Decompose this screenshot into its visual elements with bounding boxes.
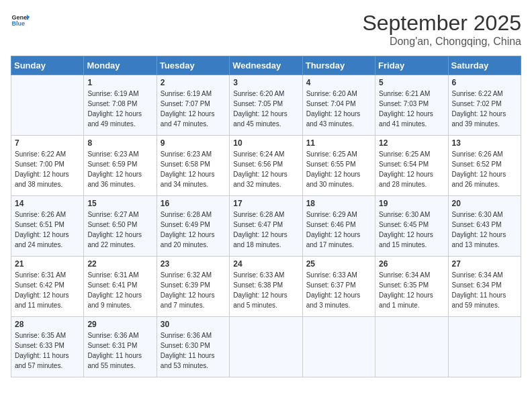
daylight-text: Daylight: 12 hours and 43 minutes. [306, 110, 361, 128]
day-info: Sunrise: 6:34 AMSunset: 6:35 PMDaylight:… [379, 270, 444, 310]
daylight-text: Daylight: 12 hours and 7 minutes. [161, 291, 215, 309]
day-info: Sunrise: 6:33 AMSunset: 6:37 PMDaylight:… [306, 270, 371, 310]
day-info: Sunrise: 6:28 AMSunset: 6:47 PMDaylight:… [233, 210, 298, 250]
calendar-cell: 27Sunrise: 6:34 AMSunset: 6:34 PMDayligh… [448, 257, 521, 317]
sunrise-text: Sunrise: 6:34 AM [379, 271, 430, 279]
daylight-text: Daylight: 12 hours and 26 minutes. [452, 171, 506, 188]
sunset-text: Sunset: 6:51 PM [15, 221, 64, 228]
sunset-text: Sunset: 6:35 PM [379, 281, 429, 289]
week-row-4: 21Sunrise: 6:31 AMSunset: 6:42 PMDayligh… [11, 257, 521, 317]
day-number: 17 [233, 199, 298, 208]
calendar-cell: 4Sunrise: 6:20 AMSunset: 7:04 PMDaylight… [302, 75, 375, 136]
sunset-text: Sunset: 6:55 PM [306, 161, 356, 168]
calendar-cell: 22Sunrise: 6:31 AMSunset: 6:41 PMDayligh… [84, 257, 157, 317]
sunrise-text: Sunrise: 6:29 AM [306, 211, 357, 218]
sunrise-text: Sunrise: 6:33 AM [306, 271, 357, 279]
sunset-text: Sunset: 7:02 PM [452, 100, 502, 107]
header-day-sunday: Sunday [11, 56, 84, 75]
day-number: 21 [15, 259, 80, 269]
sunrise-text: Sunrise: 6:20 AM [306, 90, 357, 97]
sunrise-text: Sunrise: 6:25 AM [379, 150, 430, 158]
daylight-text: Daylight: 12 hours and 45 minutes. [233, 110, 287, 128]
day-number: 14 [15, 199, 80, 208]
sunset-text: Sunset: 6:58 PM [161, 161, 210, 168]
sunset-text: Sunset: 6:46 PM [306, 221, 356, 228]
daylight-text: Daylight: 12 hours and 47 minutes. [161, 110, 215, 128]
day-info: Sunrise: 6:32 AMSunset: 6:39 PMDaylight:… [161, 270, 226, 310]
sunrise-text: Sunrise: 6:27 AM [87, 211, 138, 218]
header-day-friday: Friday [375, 56, 448, 75]
day-number: 24 [233, 259, 298, 269]
sunrise-text: Sunrise: 6:21 AM [379, 90, 430, 97]
calendar-cell: 15Sunrise: 6:27 AMSunset: 6:50 PMDayligh… [84, 196, 157, 257]
day-info: Sunrise: 6:21 AMSunset: 7:03 PMDaylight:… [379, 89, 444, 129]
daylight-text: Daylight: 12 hours and 1 minute. [379, 291, 433, 309]
day-info: Sunrise: 6:36 AMSunset: 6:30 PMDaylight:… [161, 330, 226, 371]
sunset-text: Sunset: 6:45 PM [379, 221, 429, 228]
day-number: 9 [161, 138, 226, 148]
day-info: Sunrise: 6:30 AMSunset: 6:43 PMDaylight:… [452, 210, 517, 250]
daylight-text: Daylight: 12 hours and 3 minutes. [306, 291, 361, 309]
daylight-text: Daylight: 12 hours and 13 minutes. [452, 231, 506, 248]
day-number: 11 [306, 138, 371, 148]
sunrise-text: Sunrise: 6:32 AM [161, 271, 212, 279]
day-number: 18 [306, 199, 371, 208]
sunset-text: Sunset: 7:04 PM [306, 100, 356, 107]
calendar-cell: 24Sunrise: 6:33 AMSunset: 6:38 PMDayligh… [230, 257, 302, 317]
sunset-text: Sunset: 6:41 PM [87, 281, 137, 289]
sunset-text: Sunset: 7:07 PM [161, 100, 210, 107]
daylight-text: Daylight: 12 hours and 17 minutes. [306, 231, 361, 248]
day-number: 23 [161, 259, 226, 269]
sunrise-text: Sunrise: 6:19 AM [161, 90, 212, 97]
day-info: Sunrise: 6:31 AMSunset: 6:41 PMDaylight:… [87, 270, 152, 310]
calendar-cell: 30Sunrise: 6:36 AMSunset: 6:30 PMDayligh… [157, 317, 229, 377]
logo-icon: General Blue [11, 11, 30, 30]
sunrise-text: Sunrise: 6:33 AM [233, 271, 284, 279]
calendar-cell: 25Sunrise: 6:33 AMSunset: 6:37 PMDayligh… [302, 257, 375, 317]
header-day-thursday: Thursday [302, 56, 375, 75]
logo: General Blue [11, 11, 30, 30]
sunset-text: Sunset: 6:31 PM [87, 342, 137, 349]
calendar-cell: 10Sunrise: 6:24 AMSunset: 6:56 PMDayligh… [230, 136, 302, 196]
sunrise-text: Sunrise: 6:22 AM [15, 150, 66, 158]
sunset-text: Sunset: 6:39 PM [161, 281, 210, 289]
calendar-cell: 5Sunrise: 6:21 AMSunset: 7:03 PMDaylight… [375, 75, 448, 136]
sunrise-text: Sunrise: 6:31 AM [15, 271, 66, 279]
calendar-cell: 23Sunrise: 6:32 AMSunset: 6:39 PMDayligh… [157, 257, 229, 317]
sunset-text: Sunset: 6:50 PM [87, 221, 137, 228]
daylight-text: Daylight: 11 hours and 55 minutes. [87, 352, 142, 369]
calendar-header-row: SundayMondayTuesdayWednesdayThursdayFrid… [11, 56, 521, 75]
calendar-cell: 1Sunrise: 6:19 AMSunset: 7:08 PMDaylight… [84, 75, 157, 136]
day-number: 22 [87, 259, 152, 269]
day-info: Sunrise: 6:23 AMSunset: 6:58 PMDaylight:… [161, 149, 226, 189]
sunrise-text: Sunrise: 6:23 AM [161, 150, 212, 158]
day-info: Sunrise: 6:35 AMSunset: 6:33 PMDaylight:… [15, 330, 80, 371]
week-row-1: 1Sunrise: 6:19 AMSunset: 7:08 PMDaylight… [11, 75, 521, 136]
svg-text:Blue: Blue [11, 20, 25, 27]
sunrise-text: Sunrise: 6:36 AM [161, 332, 212, 339]
sunset-text: Sunset: 6:34 PM [452, 281, 502, 289]
sunrise-text: Sunrise: 6:36 AM [87, 332, 138, 339]
sunrise-text: Sunrise: 6:24 AM [233, 150, 284, 158]
daylight-text: Daylight: 12 hours and 39 minutes. [452, 110, 506, 128]
day-info: Sunrise: 6:19 AMSunset: 7:08 PMDaylight:… [87, 89, 152, 129]
day-info: Sunrise: 6:24 AMSunset: 6:56 PMDaylight:… [233, 149, 298, 189]
calendar-cell: 13Sunrise: 6:26 AMSunset: 6:52 PMDayligh… [448, 136, 521, 196]
sunset-text: Sunset: 6:43 PM [452, 221, 502, 228]
sunset-text: Sunset: 6:33 PM [15, 342, 64, 349]
daylight-text: Daylight: 12 hours and 36 minutes. [87, 171, 142, 188]
sunset-text: Sunset: 6:42 PM [15, 281, 64, 289]
week-row-2: 7Sunrise: 6:22 AMSunset: 7:00 PMDaylight… [11, 136, 521, 196]
day-number: 26 [379, 259, 444, 269]
day-number: 16 [161, 199, 226, 208]
daylight-text: Daylight: 12 hours and 11 minutes. [15, 291, 69, 309]
calendar-cell: 3Sunrise: 6:20 AMSunset: 7:05 PMDaylight… [230, 75, 302, 136]
header-day-tuesday: Tuesday [157, 56, 229, 75]
day-number: 27 [452, 259, 517, 269]
sunset-text: Sunset: 7:08 PM [87, 100, 137, 107]
day-number: 19 [379, 199, 444, 208]
daylight-text: Daylight: 12 hours and 9 minutes. [87, 291, 142, 309]
day-number: 30 [161, 320, 226, 329]
day-number: 7 [15, 138, 80, 148]
sunset-text: Sunset: 6:47 PM [233, 221, 283, 228]
